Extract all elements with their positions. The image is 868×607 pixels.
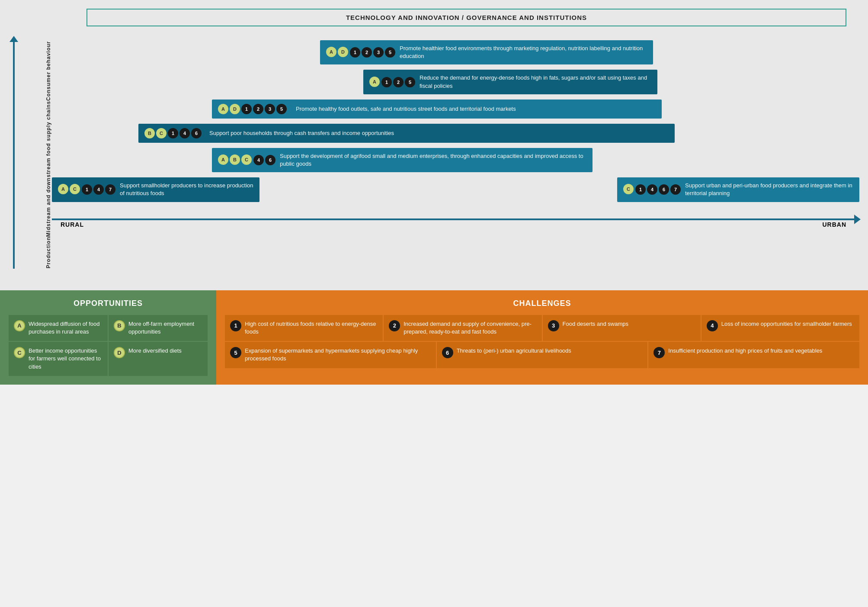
opp-item-C: C Better income opportunities for farmer… [9, 342, 108, 376]
mid-row-1: A D 1 2 3 5 Promote healthy food outlets… [212, 100, 859, 119]
opp-item-A: A Widespread diffusion of food purchases… [9, 315, 108, 341]
all-policy-rows: A D 1 2 3 5 Promote healthier [52, 37, 859, 202]
badge-2: 2 [362, 47, 372, 58]
chal-item-7: 7 Insufficient production and high price… [648, 342, 859, 368]
prod-spacer [268, 177, 609, 202]
chart-section: TECHNOLOGY AND INNOVATION / GOVERNANCE A… [0, 0, 868, 290]
chal-text-1: High cost of nutritious foods relative t… [245, 320, 378, 336]
badge-6-m2: 6 [191, 128, 202, 138]
badges-mid1: A D 1 2 3 5 [218, 104, 291, 114]
badge-A2: A [369, 77, 380, 87]
policy-text-prod-right: Support urban and peri-urban food produc… [685, 182, 853, 197]
opportunities-title: OPPORTUNITIES [9, 299, 208, 308]
badge-1-pr: 1 [635, 184, 646, 195]
badge-A-m1: A [218, 104, 228, 114]
chal-item-6: 6 Threats to (peri-) urban agricultural … [437, 342, 648, 368]
badge-1: 1 [350, 47, 360, 58]
tech-banner: TECHNOLOGY AND INNOVATION / GOVERNANCE A… [86, 9, 846, 26]
chal-text-6: Threats to (peri-) urban agricultural li… [457, 347, 571, 355]
horizontal-arrow [52, 218, 855, 220]
opp-text-B: More off-farm employment opportunities [128, 320, 202, 336]
chal-text-2: Increased demand and supply of convenien… [404, 320, 536, 336]
prod-rows: A C 1 4 7 Support smallholder [52, 177, 859, 202]
badge-D: D [338, 47, 348, 57]
badge-6-pr: 6 [659, 184, 669, 195]
badge-1b: 1 [381, 77, 392, 87]
bottom-section: OPPORTUNITIES A Widespread diffusion of … [0, 290, 868, 385]
prod-right-box: C 1 4 6 7 Support urban and pe [617, 177, 859, 202]
chal-item-1: 1 High cost of nutritious foods relative… [225, 315, 383, 341]
badge-5-m1: 5 [276, 104, 287, 114]
chart-inner: Consumer behaviour Midstream and downstr… [9, 37, 859, 290]
chart-content: A D 1 2 3 5 Promote healthier [52, 37, 859, 290]
prod-left-box: A C 1 4 7 Support smallholder [52, 177, 259, 202]
chal-text-7: Insufficient production and high prices … [668, 347, 822, 355]
opp-text-A: Widespread diffusion of food purchases i… [29, 320, 102, 336]
badge-6-m3: 6 [265, 155, 275, 165]
horizontal-axis: RURAL URBAN [52, 207, 859, 229]
policy-text-prod-left: Support smallholder producers to increas… [120, 182, 253, 197]
main-container: TECHNOLOGY AND INNOVATION / GOVERNANCE A… [0, 0, 868, 385]
challenges-bottom-grid: 5 Expansion of supermarkets and hypermar… [225, 342, 859, 368]
badge-B-m3: B [230, 154, 240, 165]
chal-text-3: Food deserts and swamps [563, 320, 628, 328]
badges-mid3: A B C 4 6 [218, 154, 275, 166]
badge-C-pl: C [70, 184, 80, 194]
policy-box-mid3: A B C 4 6 Support the development of agr… [212, 148, 593, 172]
chal-badge-3: 3 [548, 320, 559, 331]
badge-4-m2: 4 [179, 128, 190, 138]
badge-5: 5 [385, 47, 395, 58]
chal-text-5: Expansion of supermarkets and hypermarke… [245, 347, 431, 363]
badge-C-pr: C [623, 184, 634, 194]
chal-badge-4: 4 [707, 320, 718, 331]
opp-text-D: More diversified diets [128, 347, 182, 355]
policy-text-mid2: Support poor households through cash tra… [209, 129, 669, 137]
badge-5b: 5 [405, 77, 415, 87]
y-label-midstream: Midstream and downstream food supply cha… [17, 101, 51, 237]
opp-item-D: D More diversified diets [109, 342, 208, 376]
chal-badge-7: 7 [653, 347, 665, 358]
urban-label: URBAN [822, 221, 846, 228]
badge-7-pl: 7 [105, 184, 115, 195]
badge-2-m1: 2 [253, 104, 263, 114]
badge-1-pl: 1 [82, 184, 92, 195]
challenges-title: CHALLENGES [225, 299, 859, 308]
opp-text-C: Better income opportunities for farmers … [29, 347, 102, 371]
badge-7-pr: 7 [670, 184, 681, 195]
badges-prod-left: A C 1 4 7 [58, 184, 115, 195]
policy-text-mid3: Support the development of agrifood smal… [280, 152, 586, 168]
axis-labels: Consumer behaviour Midstream and downstr… [15, 37, 51, 290]
badge-D-m1: D [230, 104, 240, 114]
badges-prod-right: C 1 4 6 7 [623, 184, 681, 195]
y-label-consumer: Consumer behaviour [17, 41, 51, 101]
consumer-row-1: A D 1 2 3 5 Promote healthier [320, 40, 859, 64]
chal-item-5: 5 Expansion of supermarkets and hypermar… [225, 342, 436, 368]
opportunities-grid: A Widespread diffusion of food purchases… [9, 315, 208, 376]
opp-badge-D: D [114, 347, 125, 358]
chal-item-4: 4 Loss of income opportunities for small… [701, 315, 859, 341]
consumer-row-2: A 1 2 5 Reduce the demand for energy-den… [363, 70, 859, 94]
badge-B-m2: B [144, 128, 155, 138]
chal-badge-1: 1 [230, 320, 241, 331]
badge-4-m3: 4 [253, 155, 264, 165]
policy-text-consumer2: Reduce the demand for energy-dense foods… [420, 74, 651, 90]
badges-consumer2: A 1 2 5 [369, 77, 415, 88]
badge-C-m3: C [241, 154, 252, 165]
chal-badge-2: 2 [389, 320, 400, 331]
policy-box-prod-left: A C 1 4 7 Support smallholder [52, 177, 259, 202]
badge-2b: 2 [393, 77, 404, 87]
badge-1-m2: 1 [168, 128, 178, 138]
vertical-arrow [13, 41, 15, 269]
y-label-production: Production [17, 237, 51, 268]
badge-C-m2: C [156, 128, 167, 138]
badge-3-m1: 3 [265, 104, 275, 114]
challenges-panel: CHALLENGES 1 High cost of nutritious foo… [216, 290, 868, 385]
policy-text-mid1: Promote healthy food outlets, safe and n… [296, 105, 656, 113]
mid-row-3: A B C 4 6 Support the development of agr… [212, 148, 859, 172]
opp-item-B: B More off-farm employment opportunities [109, 315, 208, 341]
badge-4-pr: 4 [647, 184, 657, 195]
policy-box-mid1: A D 1 2 3 5 Promote healthy food outlets… [212, 100, 662, 119]
chal-item-3: 3 Food deserts and swamps [543, 315, 701, 341]
rural-label: RURAL [61, 221, 84, 228]
chal-badge-5: 5 [230, 347, 241, 358]
